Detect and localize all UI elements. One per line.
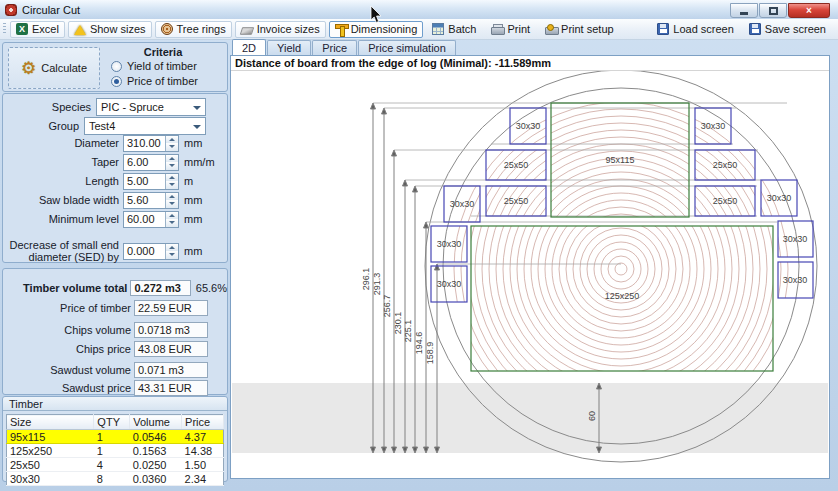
taper-unit: mm/m (184, 156, 215, 168)
dimensioning-icon (335, 23, 347, 35)
board-label: 25x50 (504, 160, 529, 170)
print-button[interactable]: Print (485, 21, 536, 38)
close-button[interactable]: × (788, 3, 830, 18)
species-select[interactable]: PIC - Spruce (96, 98, 206, 116)
window-title: Circular Cut (22, 4, 80, 16)
distance-status-text: Distance of board from the edge of log (… (231, 56, 829, 71)
board-label: 25x50 (504, 196, 529, 206)
dimension-label: 296.1 (361, 268, 371, 291)
sed-decrease-spinner[interactable] (165, 244, 178, 259)
invoice-sizes-icon (239, 27, 253, 34)
minimum-level-unit: mm (184, 213, 202, 225)
chips-volume-label: Chips volume (3, 324, 131, 336)
radio-price-of-timber[interactable]: Price of timber (111, 75, 198, 87)
board-label: 30x30 (783, 275, 808, 285)
batch-button[interactable]: Batch (426, 21, 482, 38)
radio-yield-label: Yield of timber (127, 60, 197, 72)
board-label: 30x30 (516, 121, 541, 131)
taper-label: Taper (3, 156, 119, 168)
board-labels: 30x30 95x115 30x30 25x50 25x50 30x30 25x… (437, 121, 808, 301)
dimension-label: 194.6 (414, 332, 424, 355)
minimum-level-value: 60.00 (127, 213, 155, 225)
log-cross-section-canvas[interactable]: Distance of board from the edge of log (… (230, 55, 830, 479)
invoice-sizes-label: Invoice sizes (257, 23, 320, 35)
board-label: 30x30 (437, 239, 462, 249)
window-controls: × (729, 3, 830, 18)
diameter-spinner[interactable] (165, 136, 178, 151)
close-icon: × (806, 5, 812, 16)
invoice-sizes-button[interactable]: Invoice sizes (235, 21, 326, 38)
minimum-level-input[interactable]: 60.00 (123, 211, 179, 228)
timber-table: Size QTY Volume Price 95x1151 0.05464.37… (6, 414, 224, 486)
saw-blade-width-label: Saw blade width (3, 194, 119, 206)
length-spinner[interactable] (165, 174, 178, 189)
col-size[interactable]: Size (7, 415, 94, 430)
species-label: Species (3, 101, 91, 113)
board-label: 125x250 (605, 291, 640, 301)
calculate-button[interactable]: ⚙ Calculate (8, 47, 100, 89)
minimum-level-spinner[interactable] (165, 212, 178, 227)
maximize-button[interactable] (759, 3, 787, 18)
app-icon (5, 4, 17, 16)
save-screen-icon (749, 23, 761, 35)
radio-icon-selected (111, 76, 122, 87)
tree-rings-button[interactable]: Tree rings (155, 21, 232, 38)
print-label: Print (507, 23, 530, 35)
length-label: Length (3, 175, 119, 187)
sidebar: ⚙ Calculate Criteria Yield of timber Pri… (2, 42, 228, 482)
dimension-label: 158.9 (425, 342, 435, 365)
sed-decrease-unit: mm (184, 245, 202, 257)
gear-icon: ⚙ (21, 58, 36, 79)
radio-yield-of-timber[interactable]: Yield of timber (111, 60, 197, 72)
board-label: 95x115 (606, 155, 635, 165)
diameter-unit: mm (184, 137, 202, 149)
group-value: Test4 (89, 120, 115, 132)
parameters-groupbox: Species PIC - Spruce Group Test4 Diamete… (2, 93, 228, 263)
sawdust-price-value: 43.31 EUR (134, 380, 208, 396)
minimum-level-label: Minimum level (3, 213, 119, 225)
dimension-label: 256.7 (382, 295, 392, 318)
col-price[interactable]: Price (182, 415, 224, 430)
excel-icon: X (16, 23, 28, 35)
tree-rings-label: Tree rings (177, 23, 226, 35)
length-input[interactable]: 5.00 (123, 173, 179, 190)
group-select[interactable]: Test4 (84, 117, 206, 135)
bottom-dimension-label: 60 (587, 411, 597, 421)
timber-volume-percent: 65.6% (196, 282, 227, 294)
taper-spinner[interactable] (165, 155, 178, 170)
tab-yield[interactable]: Yield (267, 40, 311, 55)
print-icon (491, 23, 503, 35)
price-of-timber-label: Price of timber (3, 302, 131, 314)
table-row[interactable]: 95x1151 0.05464.37 (7, 430, 224, 444)
board-label: 30x30 (783, 234, 808, 244)
title-bar: Circular Cut (0, 0, 838, 19)
load-screen-button[interactable]: Load screen (651, 21, 740, 38)
criteria-title: Criteria (103, 46, 223, 58)
print-setup-label: Print setup (561, 23, 614, 35)
table-row[interactable]: 30x308 0.03602.34 (7, 472, 224, 486)
sed-decrease-input[interactable]: 0.000 (123, 243, 179, 260)
tab-price-simulation[interactable]: Price simulation (358, 40, 456, 55)
board-label: 30x30 (450, 199, 475, 209)
table-row[interactable]: 25x504 0.02501.50 (7, 458, 224, 472)
tab-2d[interactable]: 2D (232, 39, 266, 55)
col-qty[interactable]: QTY (94, 415, 130, 430)
chips-price-label: Chips price (3, 343, 131, 355)
batch-label: Batch (448, 23, 476, 35)
minimize-button[interactable] (730, 3, 758, 18)
show-sizes-button[interactable]: Show sizes (68, 21, 152, 38)
saw-blade-width-input[interactable]: 5.60 (123, 192, 179, 209)
length-unit: m (184, 175, 193, 187)
taper-input[interactable]: 6.00 (123, 154, 179, 171)
excel-button[interactable]: X Excel (10, 21, 65, 38)
tab-price[interactable]: Price (312, 40, 357, 55)
table-row[interactable]: 125x2501 0.156314.38 (7, 444, 224, 458)
radio-icon (111, 61, 122, 72)
save-screen-button[interactable]: Save screen (743, 21, 832, 38)
saw-blade-width-spinner[interactable] (165, 193, 178, 208)
col-volume[interactable]: Volume (130, 415, 182, 430)
load-screen-label: Load screen (673, 23, 734, 35)
app-window: { "window": { "title": "Circular Cut" },… (0, 0, 838, 491)
diameter-input[interactable]: 310.00 (123, 135, 179, 152)
print-setup-button[interactable]: Print setup (539, 21, 620, 38)
